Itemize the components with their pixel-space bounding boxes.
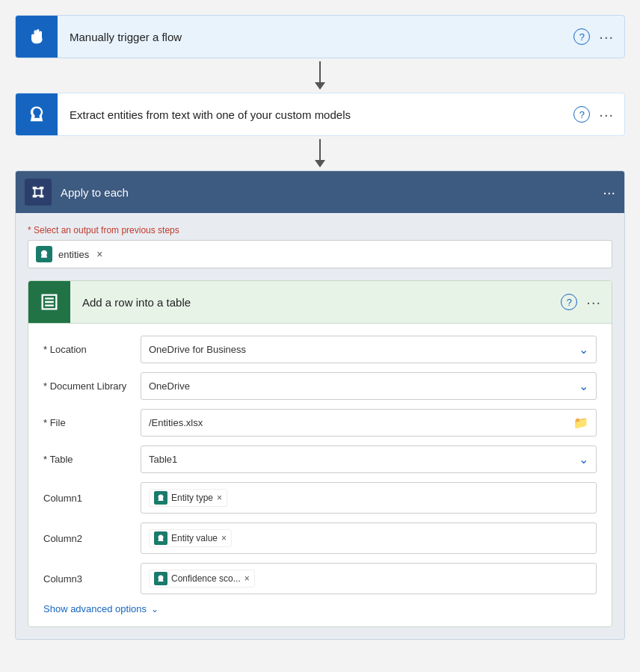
- confidence-score-icon: [156, 574, 165, 583]
- column2-tag: Entity value ×: [149, 529, 232, 547]
- trigger-step-icon: [16, 16, 58, 58]
- column3-label: Column3: [43, 573, 141, 585]
- show-advanced-chevron-icon: ⌄: [151, 604, 159, 614]
- loop-icon: [30, 184, 46, 200]
- location-dropdown[interactable]: OneDrive for Business ⌄: [141, 336, 597, 363]
- column3-tag: Confidence sco... ×: [149, 570, 255, 588]
- trigger-more-icon[interactable]: ···: [599, 28, 614, 46]
- apply-each-icon: [25, 179, 52, 206]
- column2-row: Column2 Entity value: [43, 523, 597, 554]
- column2-label: Column2: [43, 533, 141, 544]
- trigger-step-actions: ? ···: [573, 28, 624, 46]
- output-tag-close[interactable]: ×: [96, 248, 102, 260]
- table-chevron-icon: ⌄: [579, 452, 588, 466]
- column2-tag-close[interactable]: ×: [221, 533, 227, 543]
- flow-container: Manually trigger a flow ? ··· Extract en…: [15, 15, 625, 640]
- apply-each-container: Apply to each ··· * Select an output fro…: [15, 170, 625, 640]
- column3-tag-text: Confidence sco...: [171, 573, 241, 584]
- column3-tag-close[interactable]: ×: [244, 573, 250, 584]
- location-value: OneDrive for Business: [149, 344, 246, 355]
- table-dropdown[interactable]: Table1 ⌄: [141, 446, 597, 473]
- excel-logo-icon: [39, 292, 60, 312]
- extract-more-icon[interactable]: ···: [599, 106, 614, 123]
- column1-tag-row: Entity type ×: [149, 489, 227, 507]
- show-advanced-options[interactable]: Show advanced options ⌄: [43, 603, 597, 614]
- file-value: /Entities.xlsx: [149, 417, 203, 428]
- table-value: Table1: [149, 454, 177, 465]
- apply-each-header: Apply to each ···: [16, 171, 624, 213]
- add-row-card-title: Add a row into a table: [70, 296, 561, 309]
- column1-tag-text: Entity type: [171, 493, 213, 503]
- excel-icon: [28, 281, 70, 323]
- column3-row: Column3 Confidence sco...: [43, 563, 597, 594]
- trigger-step-title: Manually trigger a flow: [58, 31, 573, 43]
- output-field: entities ×: [28, 240, 612, 268]
- doc-library-chevron-icon: ⌄: [579, 379, 588, 393]
- column2-tag-text: Entity value: [171, 533, 218, 543]
- extract-step-actions: ? ···: [573, 106, 624, 123]
- connector-arrow-2: [315, 160, 325, 167]
- trigger-help-icon[interactable]: ?: [573, 28, 590, 45]
- extract-step-icon: [16, 93, 58, 135]
- doc-library-value: OneDrive: [149, 380, 190, 392]
- doc-library-label: * Document Library: [43, 380, 141, 392]
- apply-each-title: Apply to each: [61, 186, 603, 199]
- add-row-card-actions: ? ···: [561, 294, 612, 311]
- file-label: * File: [43, 417, 141, 428]
- apply-each-body: * Select an output from previous steps e…: [16, 213, 624, 639]
- table-row: * Table Table1 ⌄: [43, 446, 597, 473]
- doc-library-dropdown[interactable]: OneDrive ⌄: [141, 372, 597, 400]
- extract-step-card: Extract entities from text with one of y…: [15, 93, 625, 136]
- output-tag-icon: [36, 246, 52, 262]
- hand-icon: [26, 26, 47, 47]
- column1-field: Entity type ×: [141, 482, 597, 514]
- column2-field: Entity value ×: [141, 523, 597, 554]
- column2-tag-icon: [154, 531, 167, 545]
- column3-field: Confidence sco... ×: [141, 563, 597, 594]
- extract-help-icon[interactable]: ?: [573, 106, 590, 123]
- brain-icon: [26, 104, 47, 125]
- connector-line-1: [319, 61, 321, 82]
- trigger-step-card: Manually trigger a flow ? ···: [15, 15, 625, 58]
- column1-tag-icon: [154, 491, 167, 505]
- connector-1: [315, 61, 325, 90]
- column3-tag-row: Confidence sco... ×: [149, 570, 255, 588]
- connector-line-2: [319, 139, 321, 160]
- connector-2: [315, 139, 325, 167]
- column1-row: Column1 Entity type: [43, 482, 597, 514]
- table-label: * Table: [43, 454, 141, 465]
- add-row-card-header: Add a row into a table ? ···: [28, 281, 612, 324]
- connector-arrow-1: [315, 82, 325, 90]
- folder-browse-icon[interactable]: 📁: [573, 416, 588, 430]
- location-label: * Location: [43, 344, 141, 355]
- location-row: * Location OneDrive for Business ⌄: [43, 336, 597, 363]
- add-row-card-body: * Location OneDrive for Business ⌄ * Doc…: [28, 324, 612, 626]
- column1-label: Column1: [43, 493, 141, 504]
- add-row-card: Add a row into a table ? ··· * Location …: [28, 280, 612, 627]
- apply-each-more-icon[interactable]: ···: [603, 184, 615, 201]
- entities-icon: [39, 249, 49, 259]
- add-row-more-icon[interactable]: ···: [586, 294, 601, 311]
- add-row-help-icon[interactable]: ?: [561, 294, 577, 310]
- entity-type-icon: [156, 493, 165, 502]
- output-label: * Select an output from previous steps: [28, 225, 612, 235]
- entity-value-icon: [156, 534, 165, 543]
- column1-tag-close[interactable]: ×: [217, 493, 222, 503]
- column2-tag-row: Entity value ×: [149, 529, 232, 547]
- column3-tag-icon: [154, 572, 167, 585]
- column1-tag: Entity type ×: [149, 489, 227, 507]
- output-tag-text: entities: [58, 249, 89, 260]
- show-advanced-label: Show advanced options: [43, 603, 147, 614]
- location-chevron-icon: ⌄: [579, 342, 588, 357]
- extract-step-title: Extract entities from text with one of y…: [58, 108, 573, 121]
- doc-library-row: * Document Library OneDrive ⌄: [43, 372, 597, 400]
- file-input[interactable]: /Entities.xlsx 📁: [141, 409, 597, 437]
- file-row: * File /Entities.xlsx 📁: [43, 409, 597, 437]
